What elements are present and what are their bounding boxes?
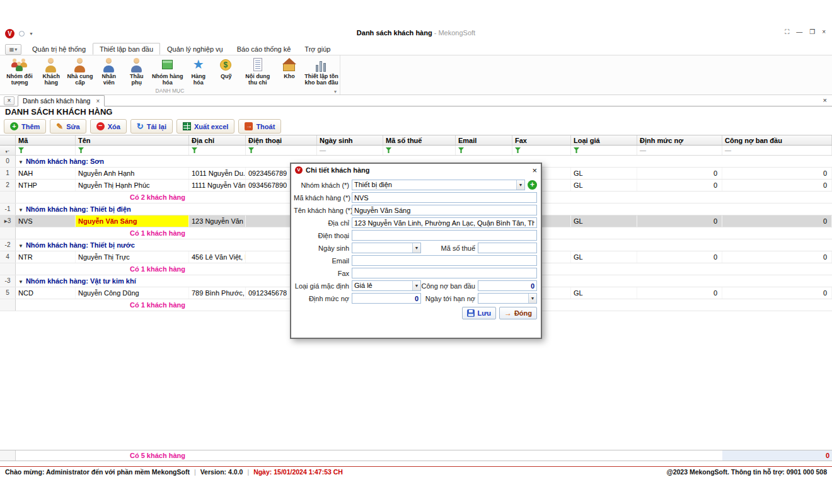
fax-input[interactable] — [352, 268, 537, 278]
fit-window-icon[interactable]: ⛶ — [785, 28, 789, 36]
application-menu-button[interactable]: ▦▾ — [5, 44, 21, 55]
row-indicator: -1 — [0, 203, 16, 215]
minimize-icon[interactable]: — — [796, 28, 802, 36]
reload-button[interactable]: ↻Tải lại — [130, 119, 173, 134]
column-header-0[interactable]: Mã — [16, 135, 76, 145]
field-label-ngay-toi-han: Ngày tới hạn nợ — [421, 295, 478, 302]
exit-button[interactable]: →Thoát — [238, 119, 281, 134]
collapse-triangle-icon[interactable]: ▼ — [18, 279, 23, 285]
filter-cell-5[interactable] — [383, 146, 456, 155]
filter-cell-8[interactable] — [571, 146, 637, 155]
ribbon-item-product-group[interactable]: Nhóm hàng hóa — [151, 57, 185, 87]
dia-chi-input[interactable] — [352, 217, 537, 228]
close-icon[interactable]: × — [822, 28, 826, 36]
ribbon-item-label: Nhân viên — [96, 73, 122, 86]
group-label: Nhóm khách hàng: Thiết bị điện — [26, 205, 131, 213]
add-button[interactable]: +Thêm — [4, 119, 46, 134]
delete-button[interactable]: −Xóa — [90, 119, 127, 134]
ribbon-item-label: Hàng hóa — [186, 73, 211, 86]
ma-khach-hang-input[interactable] — [352, 192, 537, 203]
column-header-7[interactable]: Fax — [512, 135, 571, 145]
add-group-button[interactable]: + — [528, 180, 537, 190]
tab-danh-sach-khach-hang[interactable]: Danh sách khách hàng× — [18, 95, 105, 106]
row-indicator: 4 — [0, 251, 16, 263]
column-header-3[interactable]: Điện thoại — [246, 135, 317, 145]
nhom-khach-combo[interactable]: Thiết bị điện ▼ — [352, 180, 525, 190]
ribbon-tab-2[interactable]: Quản lý nghiệp vụ — [160, 43, 230, 55]
field-label-loai-gia: Loại giá mặc định — [294, 282, 352, 290]
chevron-down-icon[interactable]: ▼ — [412, 281, 420, 290]
email-input[interactable] — [352, 255, 537, 266]
collapse-triangle-icon[interactable]: ▼ — [18, 207, 23, 213]
ngay-toi-han-combo[interactable]: ▼ — [478, 293, 537, 304]
column-header-8[interactable]: Loại giá — [571, 135, 637, 145]
dien-thoai-input[interactable] — [352, 230, 537, 241]
ribbon-item-employee[interactable]: Nhân viên — [95, 57, 123, 87]
row-indicator: 5 — [0, 287, 16, 299]
chevron-down-icon[interactable]: ▼ — [528, 294, 536, 303]
ribbon-item-label: Nhà cung cấp — [66, 73, 93, 86]
ribbon-item-subcontractor[interactable]: Thầu phụ — [123, 57, 151, 87]
loai-gia-combo[interactable]: Giá lẻ ▼ — [352, 280, 421, 291]
cong-no-input[interactable] — [478, 280, 537, 291]
close-button[interactable]: → Đóng — [499, 307, 537, 319]
ribbon-item-income-expense[interactable]: Nội dung thu chi — [240, 57, 275, 87]
filter-cell-2[interactable] — [189, 146, 246, 155]
excel-button[interactable]: Xuất excel — [176, 119, 234, 134]
tabstrip-close-all-icon[interactable]: × — [823, 96, 827, 104]
ribbon-item-group-objects[interactable]: Nhóm đối tượng — [2, 57, 37, 87]
tabstrip-close-button[interactable]: × — [4, 96, 14, 105]
chevron-down-icon[interactable]: ▼ — [516, 180, 524, 190]
group-people-icon — [11, 57, 28, 72]
filter-cell-1[interactable] — [76, 146, 189, 155]
ribbon-item-customer[interactable]: Khách hàng — [37, 57, 65, 87]
no-filter-dash: — — [320, 147, 326, 154]
column-header-1[interactable]: Tên — [76, 135, 189, 145]
dinh-muc-no-input[interactable] — [352, 293, 421, 304]
field-label-ma-so-thue: Mã số thuế — [421, 244, 478, 252]
save-button[interactable]: Lưu — [462, 307, 495, 319]
button-label: Thoát — [256, 123, 275, 130]
group-launcher-icon[interactable]: ▾ — [334, 89, 337, 94]
column-header-4[interactable]: Ngày sinh — [317, 135, 383, 145]
filter-cell-6[interactable] — [456, 146, 512, 155]
filter-cell-7[interactable] — [512, 146, 571, 155]
ribbon-tab-1[interactable]: Thiết lập ban đầu — [93, 43, 160, 55]
dialog-titlebar[interactable]: V Chi tiết khách hàng × — [291, 164, 541, 176]
collapse-triangle-icon[interactable]: ▼ — [18, 159, 23, 165]
cell: 789 Bình Phước, ... — [189, 287, 246, 299]
tab-close-icon[interactable]: × — [96, 98, 100, 105]
dialog-close-icon[interactable]: × — [532, 166, 537, 175]
cell: 1111 Nguyễn Văn... — [189, 180, 246, 191]
ma-so-thue-input[interactable] — [478, 243, 537, 253]
column-header-5[interactable]: Mã số thuế — [383, 135, 456, 145]
ribbon-item-product[interactable]: ★Hàng hóa — [185, 57, 212, 87]
ribbon-tab-4[interactable]: Trợ giúp — [298, 43, 337, 55]
ribbon-tab-0[interactable]: Quản trị hệ thống — [25, 43, 93, 55]
filter-cell-3[interactable] — [246, 146, 317, 155]
cell: GL — [571, 215, 637, 227]
edit-button[interactable]: ✎Sửa — [50, 119, 86, 134]
column-header-10[interactable]: Công nợ ban đầu — [722, 135, 832, 145]
subcontractor-icon — [129, 57, 145, 72]
column-header-2[interactable]: Địa chỉ — [189, 135, 246, 145]
ngay-sinh-combo[interactable]: ▼ — [352, 243, 421, 253]
column-header-6[interactable]: Email — [456, 135, 512, 145]
filter-cell-0[interactable] — [16, 146, 76, 155]
column-header-9[interactable]: Định mức nợ — [637, 135, 722, 145]
ribbon-item-initial-inventory[interactable]: Thiết lập tồn kho ban đầu — [303, 57, 340, 87]
filter-cell-4[interactable]: — — [317, 146, 383, 155]
filter-cell-10[interactable]: — — [722, 146, 832, 155]
collapse-triangle-icon[interactable]: ▼ — [18, 243, 23, 249]
ribbon-item-warehouse[interactable]: Kho — [275, 57, 303, 80]
ribbon-item-supplier[interactable]: Nhà cung cấp — [65, 57, 95, 87]
window-title-text: Danh sách khách hàng — [357, 29, 432, 37]
filter-cell-9[interactable]: — — [637, 146, 722, 155]
ten-khach-hang-input[interactable] — [352, 205, 537, 215]
ribbon-tabs: Quản trị hệ thốngThiết lập ban đầuQuản l… — [25, 43, 337, 55]
ribbon-item-fund[interactable]: $Quỹ — [212, 57, 240, 80]
ribbon-tab-3[interactable]: Báo cáo thống kê — [230, 43, 298, 55]
restore-icon[interactable]: ❐ — [809, 28, 815, 36]
ribbon-item-label: Nhóm hàng hóa — [152, 73, 183, 86]
chevron-down-icon[interactable]: ▼ — [412, 243, 420, 253]
